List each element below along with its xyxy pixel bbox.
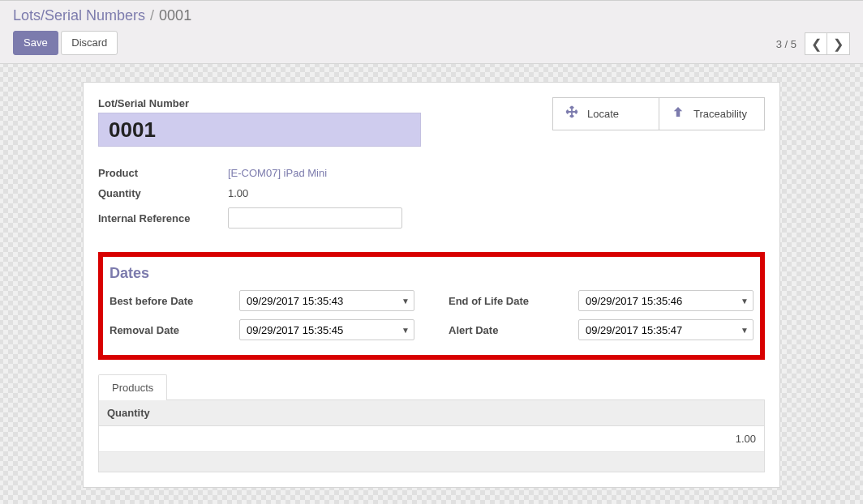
chevron-left-icon: ❮ bbox=[811, 36, 822, 52]
traceability-button[interactable]: Traceability bbox=[659, 98, 764, 130]
pager-buttons: ❮ ❯ bbox=[805, 32, 850, 55]
pager-prev-button[interactable]: ❮ bbox=[805, 32, 827, 55]
discard-button[interactable]: Discard bbox=[61, 31, 118, 55]
control-panel: Lots/Serial Numbers / 0001 Save Discard … bbox=[0, 0, 863, 64]
product-link[interactable]: [E-COM07] iPad Mini bbox=[228, 167, 327, 179]
main-fields: Product [E-COM07] iPad Mini Quantity 1.0… bbox=[98, 163, 402, 233]
eol-input[interactable] bbox=[578, 290, 754, 311]
lot-serial-input[interactable] bbox=[107, 117, 412, 143]
stat-buttons: Locate Traceability bbox=[552, 97, 765, 130]
quantity-label: Quantity bbox=[98, 183, 228, 203]
pager-next-button[interactable]: ❯ bbox=[827, 32, 850, 55]
internal-ref-label: Internal Reference bbox=[98, 203, 228, 233]
lot-serial-label: Lot/Serial Number bbox=[98, 97, 552, 109]
col-quantity: Quantity bbox=[99, 400, 764, 426]
internal-ref-input[interactable] bbox=[228, 207, 402, 229]
arrow-up-icon bbox=[671, 105, 685, 123]
product-label: Product bbox=[98, 163, 228, 183]
tab-content-products: Quantity 1.00 bbox=[98, 400, 765, 472]
locate-label: Locate bbox=[587, 108, 619, 120]
products-table: Quantity 1.00 bbox=[99, 400, 764, 472]
pager-text: 3 / 5 bbox=[776, 38, 796, 50]
chevron-right-icon: ❯ bbox=[833, 36, 844, 52]
breadcrumb-sep: / bbox=[150, 7, 154, 24]
quantity-value: 1.00 bbox=[228, 187, 248, 199]
removal-label: Removal Date bbox=[109, 324, 239, 336]
cell-quantity: 1.00 bbox=[99, 426, 764, 452]
move-icon bbox=[565, 105, 579, 123]
save-button[interactable]: Save bbox=[13, 31, 58, 55]
form-sheet: Lot/Serial Number Locate Traceability bbox=[83, 82, 780, 488]
removal-input[interactable] bbox=[239, 319, 414, 340]
traceability-label: Traceability bbox=[693, 108, 747, 120]
best-before-input[interactable] bbox=[239, 290, 414, 311]
tab-products[interactable]: Products bbox=[98, 374, 167, 400]
dates-section: Dates Best before Date ▼ End of Life Dat… bbox=[98, 252, 765, 360]
breadcrumb-current: 0001 bbox=[159, 7, 191, 24]
best-before-label: Best before Date bbox=[109, 295, 239, 307]
eol-label: End of Life Date bbox=[449, 295, 578, 307]
table-row[interactable]: 1.00 bbox=[99, 426, 764, 452]
breadcrumb: Lots/Serial Numbers / 0001 bbox=[13, 7, 191, 24]
locate-button[interactable]: Locate bbox=[553, 98, 659, 130]
alert-input[interactable] bbox=[578, 319, 754, 340]
tabs-area: Products Quantity 1.00 bbox=[98, 374, 765, 472]
table-footer bbox=[99, 452, 764, 472]
alert-label: Alert Date bbox=[449, 324, 578, 336]
tab-strip: Products bbox=[98, 374, 765, 400]
dates-heading: Dates bbox=[109, 265, 754, 282]
lot-serial-input-wrap[interactable] bbox=[98, 113, 421, 147]
breadcrumb-root[interactable]: Lots/Serial Numbers bbox=[13, 7, 145, 24]
